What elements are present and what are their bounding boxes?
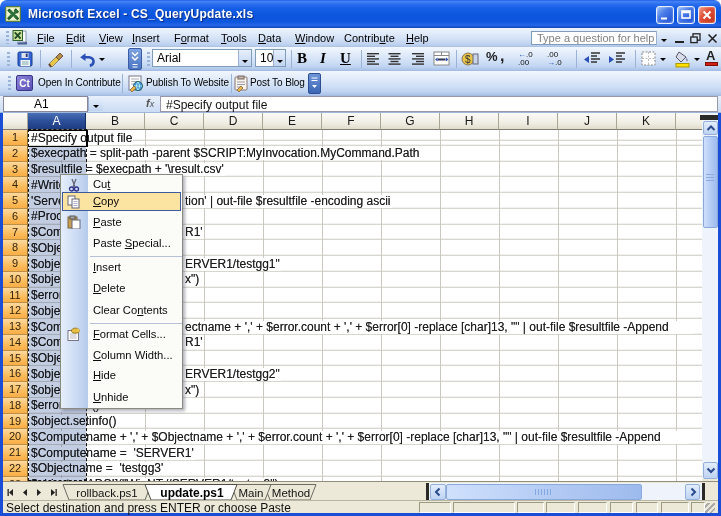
svg-text:update.ps1: update.ps1 — [160, 485, 224, 499]
svg-text:Main: Main — [239, 486, 264, 498]
svg-text:rollback.ps1: rollback.ps1 — [76, 486, 137, 498]
svg-text:Method: Method — [272, 486, 310, 498]
svg-text:$: $ — [465, 54, 471, 65]
